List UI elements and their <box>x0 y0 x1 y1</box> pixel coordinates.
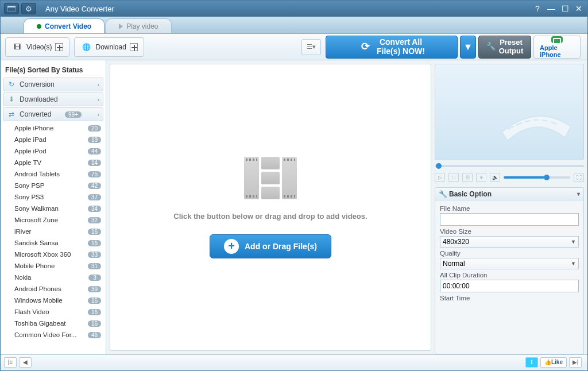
count-badge: 42 <box>88 183 101 189</box>
facebook-like-button[interactable]: 👍 Like <box>540 357 567 368</box>
device-name: Android Tablets <box>14 171 60 177</box>
download-button[interactable]: 🌐Download <box>74 37 144 57</box>
fullscreen-button[interactable]: ⛶ <box>574 173 584 182</box>
tab-label: Play video <box>126 22 158 30</box>
settings-button[interactable]: ⚙ <box>21 3 36 14</box>
device-item[interactable]: Toshiba Gigabeat16 <box>3 318 103 329</box>
right-panel: ▷ □ ⎘ ▾ 🔈 ⛶ 🔧Basic Option▾ File Name Vid… <box>435 60 587 354</box>
menu-icon: ☰▾ <box>307 43 316 51</box>
download-icon: ⬇ <box>7 95 16 104</box>
plus-icon <box>55 43 63 51</box>
device-item[interactable]: Windows Mobile16 <box>3 295 103 306</box>
device-name: Toshiba Gigabeat <box>14 320 66 327</box>
device-item[interactable]: Android Phones39 <box>3 283 103 295</box>
refresh-icon: ⟳ <box>358 41 372 53</box>
video-size-select[interactable]: 480x320▼ <box>440 236 579 248</box>
device-name: Mobile Phone <box>14 262 55 269</box>
count-badge: 19 <box>88 137 101 143</box>
twitter-button[interactable]: t <box>525 357 538 368</box>
maximize-button[interactable]: ☐ <box>560 4 570 13</box>
device-item[interactable]: Sony Walkman34 <box>3 203 103 214</box>
device-name: Sony PSP <box>14 182 44 189</box>
device-item[interactable]: Mobile Phone31 <box>3 260 103 272</box>
close-button[interactable]: ✕ <box>574 4 584 13</box>
count-badge: 31 <box>88 263 101 269</box>
device-item[interactable]: Nokia3 <box>3 272 103 283</box>
device-list: Apple iPhone20Apple iPad19Apple iPod44Ap… <box>3 122 103 352</box>
category-converted[interactable]: ⇄Converted99+› <box>3 107 103 121</box>
count-badge: 3 <box>88 275 101 281</box>
stop-button[interactable]: □ <box>448 173 459 182</box>
panel-next-button[interactable]: ▶| <box>569 357 582 368</box>
chevron-right-icon[interactable]: › <box>98 96 99 103</box>
device-item[interactable]: Sandisk Sansa16 <box>3 237 103 249</box>
device-name: Apple TV <box>14 159 41 166</box>
count-badge: 16 <box>88 320 101 327</box>
help-button[interactable]: ? <box>532 4 543 13</box>
chevron-right-icon[interactable]: › <box>98 82 99 88</box>
tab-convert-video[interactable]: Convert Video <box>24 18 105 33</box>
preset-output-button[interactable]: 🔧PresetOutput <box>478 36 531 59</box>
device-name: Sandisk Sansa <box>14 239 59 246</box>
duration-input[interactable] <box>440 280 579 292</box>
mute-button[interactable]: 🔈 <box>490 173 500 182</box>
output-device-button[interactable]: Apple iPhone <box>533 36 581 59</box>
device-item[interactable]: Flash Video16 <box>3 306 103 318</box>
video-size-label: Video Size <box>440 228 579 235</box>
device-name: Windows Mobile <box>14 297 63 304</box>
device-item[interactable]: Microsoft Xbox 36033 <box>3 249 103 260</box>
list-options-button[interactable]: ☰▾ <box>301 39 321 55</box>
device-item[interactable]: Sony PS337 <box>3 191 103 203</box>
tab-play-video[interactable]: Play video <box>106 18 171 33</box>
filmstrip-icon <box>496 98 577 149</box>
window-list-button[interactable] <box>4 3 19 14</box>
category-conversion[interactable]: ↻Conversion› <box>3 78 103 91</box>
count-badge: 34 <box>88 206 101 212</box>
convert-all-button[interactable]: ⟳ Convert AllFile(s) NOW! <box>326 36 458 59</box>
file-name-label: File Name <box>440 205 579 212</box>
device-item[interactable]: Apple iPod44 <box>3 145 103 157</box>
snapshot-drop-button[interactable]: ▾ <box>476 173 486 182</box>
dropdown-icon[interactable]: ▾ <box>577 191 580 197</box>
convert-all-dropdown[interactable]: ▼ <box>460 36 476 59</box>
device-item[interactable]: iRiver16 <box>3 226 103 237</box>
device-item[interactable]: Apple iPhone20 <box>3 122 103 134</box>
toolbar: 🎞Video(s) 🌐Download ☰▾ ⟳ Convert AllFile… <box>1 34 587 60</box>
plus-circle-icon: + <box>224 239 239 254</box>
minimize-button[interactable]: — <box>546 4 556 13</box>
volume-slider[interactable] <box>504 176 570 179</box>
device-item[interactable]: Common Video For...46 <box>3 329 103 341</box>
count-badge: 75 <box>88 171 101 177</box>
film-icon: 🎞 <box>11 41 23 53</box>
options-header[interactable]: 🔧Basic Option▾ <box>435 188 583 200</box>
count-badge: 20 <box>88 125 101 132</box>
film-placeholder-icon <box>244 157 297 199</box>
plus-icon <box>130 43 138 51</box>
device-item[interactable]: Sony PSP42 <box>3 180 103 191</box>
device-name: Android Phones <box>14 285 61 292</box>
device-item[interactable]: Microsoft Zune32 <box>3 214 103 226</box>
seek-slider[interactable] <box>435 163 584 169</box>
chevron-right-icon[interactable]: › <box>98 111 99 118</box>
category-downloaded[interactable]: ⬇Downloaded› <box>3 92 103 106</box>
panel-left-button[interactable]: |≡ <box>4 357 17 368</box>
refresh-icon: ↻ <box>7 80 16 89</box>
phone-icon <box>551 36 563 43</box>
play-button[interactable]: ▷ <box>435 173 445 182</box>
snapshot-button[interactable]: ⎘ <box>462 173 473 182</box>
add-videos-button[interactable]: 🎞Video(s) <box>5 37 69 57</box>
add-files-button[interactable]: +Add or Drag File(s) <box>210 234 331 258</box>
file-name-input[interactable] <box>440 213 579 226</box>
duration-label: All Clip Duration <box>440 272 579 279</box>
device-item[interactable]: Apple iPad19 <box>3 134 103 145</box>
tab-label: Convert Video <box>45 22 91 30</box>
record-icon <box>37 24 41 29</box>
quality-select[interactable]: Normal▼ <box>440 258 579 269</box>
device-item[interactable]: Android Tablets75 <box>3 168 103 180</box>
panel-prev-button[interactable]: ◀ <box>19 357 32 368</box>
sidebar: File(s) Sorted By Status ↻Conversion› ⬇D… <box>1 60 106 354</box>
globe-icon: 🌐 <box>80 41 92 53</box>
drop-zone[interactable]: Click the button below or drag and drop … <box>110 64 431 351</box>
status-bar: |≡ ◀ t 👍 Like ▶| <box>1 354 587 369</box>
device-item[interactable]: Apple TV14 <box>3 157 103 168</box>
